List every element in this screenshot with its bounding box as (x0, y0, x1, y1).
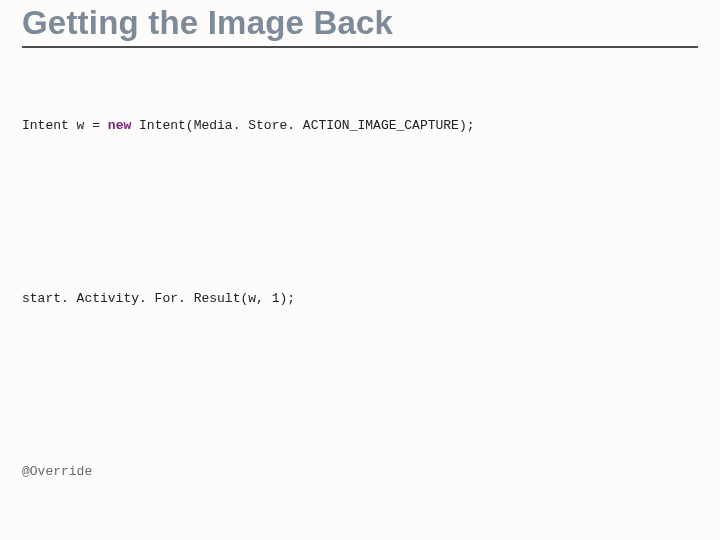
page-title: Getting the Image Back (22, 4, 698, 42)
code-text: Intent w = (22, 118, 108, 133)
blank-line (22, 197, 698, 229)
slide: Getting the Image Back Intent w = new In… (0, 0, 720, 540)
keyword-new: new (108, 118, 131, 133)
blank-line (22, 370, 698, 402)
title-underline (22, 46, 698, 48)
code-line-2: start. Activity. For. Result(w, 1); (22, 289, 698, 309)
code-text: Intent(Media. Store. ACTION_IMAGE_CAPTUR… (131, 118, 474, 133)
code-annotation: @Override (22, 462, 698, 482)
code-block: Intent w = new Intent(Media. Store. ACTI… (22, 54, 698, 540)
code-line-1: Intent w = new Intent(Media. Store. ACTI… (22, 116, 698, 136)
